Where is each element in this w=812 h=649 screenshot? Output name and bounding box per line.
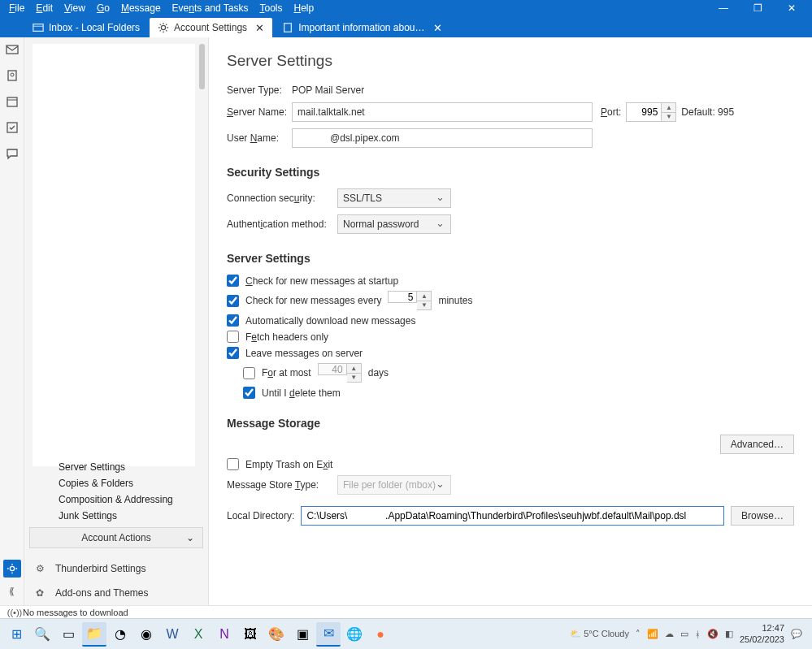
chk-until[interactable] [243,387,255,399]
settings-icon[interactable] [3,560,21,578]
chk-empty[interactable] [227,458,239,470]
explorer-icon[interactable]: 📁 [82,622,106,647]
tab-account-settings[interactable]: Account Settings ✕ [150,18,272,37]
chk-leave[interactable] [227,347,239,359]
conn-sec-select[interactable]: SSL/TLS [337,188,451,208]
bluetooth-icon[interactable]: ᚼ [695,630,701,639]
calendar-icon[interactable] [5,94,20,109]
start-button[interactable]: ⊞ [4,622,28,647]
user-name-input[interactable] [292,128,593,148]
spin-up-icon[interactable]: ▲ [662,103,675,113]
server-name-input[interactable] [292,102,593,122]
default-port-label: Default: 995 [681,106,734,118]
atmost-spinner[interactable]: ▲▼ [318,363,362,383]
clock[interactable]: 12:47 25/02/2023 [740,623,784,644]
tab-important-info[interactable]: Important information abou… ✕ [274,18,449,37]
tree-composition[interactable]: Composition & Addressing [24,491,208,508]
menu-go[interactable]: Go [91,2,115,14]
tray-chevron-icon[interactable]: ˄ [636,629,640,639]
taskview-icon[interactable]: ▭ [56,622,80,647]
status-bar: ((•)) No messages to download [0,605,812,618]
menu-tools[interactable]: Tools [254,2,288,14]
menu-file[interactable]: File [3,2,30,14]
chk-fetch[interactable] [227,331,239,343]
volume-icon[interactable]: 🔇 [707,629,719,639]
tree-junk[interactable]: Junk Settings [24,508,208,524]
activity-icon: ((•)) [7,608,23,617]
addons-link[interactable]: ✿ Add-ons and Themes [24,581,208,605]
chk-every[interactable] [227,295,239,307]
atmost-input [318,363,347,375]
svg-rect-2 [284,24,292,32]
onedrive-icon[interactable]: ☁ [665,629,674,639]
window-maximize[interactable]: ❐ [740,2,775,14]
window-minimize[interactable]: — [706,2,740,14]
chat-icon[interactable] [5,146,20,161]
tree-server-settings[interactable]: Server Settings [24,459,208,475]
localdir-input[interactable] [301,506,724,526]
auth-select[interactable]: Normal password [337,214,451,234]
svg-point-8 [10,566,14,570]
tab-label: Important information abou… [298,22,424,33]
chk-until-label: Until I delete them [262,387,341,399]
server-type-label: Server Type: [227,84,292,96]
svg-rect-0 [33,24,43,32]
puzzle-icon: ✿ [33,586,47,600]
svg-point-5 [11,73,14,76]
onenote-icon[interactable]: N [212,622,237,647]
github-icon[interactable]: ◔ [108,622,132,647]
inbox-icon [33,22,44,33]
menu-view[interactable]: View [59,2,91,14]
chk-auto-label: Automatically download new messages [245,315,415,327]
menu-message[interactable]: Message [115,2,167,14]
spin-down-icon: ▼ [347,374,361,383]
scrollbar[interactable] [199,44,205,89]
battery-icon[interactable]: ▭ [680,629,688,639]
tree-copies-folders[interactable]: Copies & Folders [24,475,208,491]
paint-icon[interactable]: 🎨 [264,622,289,647]
menu-events[interactable]: Events and Tasks [167,2,254,14]
thunderbird-settings-link[interactable]: ⚙ Thunderbird Settings [24,556,208,581]
menu-help[interactable]: Help [288,2,319,14]
every-spinner[interactable]: ▲▼ [388,291,432,310]
menu-edit[interactable]: Edit [30,2,59,14]
chevron-down-icon: ⌄ [186,532,194,543]
photos-icon[interactable]: 🖼 [238,622,263,647]
notifications-icon[interactable]: 💬 [791,629,802,639]
chk-every-pre: Check for new messages every [245,295,381,306]
window-close[interactable]: ✕ [775,2,809,14]
port-input[interactable] [626,102,662,122]
chk-atmost[interactable] [243,367,255,379]
excel-icon[interactable]: X [186,622,211,647]
tab-inbox[interactable]: Inbox - Local Folders [24,18,148,37]
advanced-button[interactable]: Advanced… [720,435,794,454]
addressbook-icon[interactable] [5,68,20,83]
every-input[interactable] [388,291,417,303]
tab-close[interactable]: ✕ [433,22,442,34]
chk-startup-label: Check for new messages at startup [245,275,398,287]
mail-icon[interactable] [5,42,20,57]
word-icon[interactable]: W [160,622,185,647]
chrome-icon[interactable]: ◉ [134,622,158,647]
edge-icon[interactable]: 🌐 [342,622,367,647]
chk-auto[interactable] [227,314,239,327]
search-icon[interactable]: 🔍 [30,622,54,647]
tab-close[interactable]: ✕ [255,22,264,34]
terminal-icon[interactable]: ▣ [290,622,315,647]
gear-icon [158,22,169,33]
weather-widget[interactable]: ⛅ 5°C Cloudy [570,629,629,639]
account-actions-button[interactable]: Account Actions ⌄ [29,527,203,548]
tasks-icon[interactable] [5,120,20,135]
lang-icon[interactable]: ◧ [725,629,733,639]
chk-startup[interactable] [227,275,239,287]
spin-down-icon[interactable]: ▼ [662,113,675,122]
wifi-icon[interactable]: 📶 [647,629,658,639]
collapse-icon[interactable]: ⟪ [5,584,20,599]
firefox-icon[interactable]: ● [368,622,393,647]
thunderbird-icon[interactable]: ✉ [316,622,341,647]
spin-up-icon[interactable]: ▲ [417,292,431,301]
port-spinner[interactable]: ▲▼ [626,102,676,122]
spin-down-icon[interactable]: ▼ [417,301,431,310]
svg-rect-6 [7,97,17,106]
browse-button[interactable]: Browse… [731,506,794,526]
